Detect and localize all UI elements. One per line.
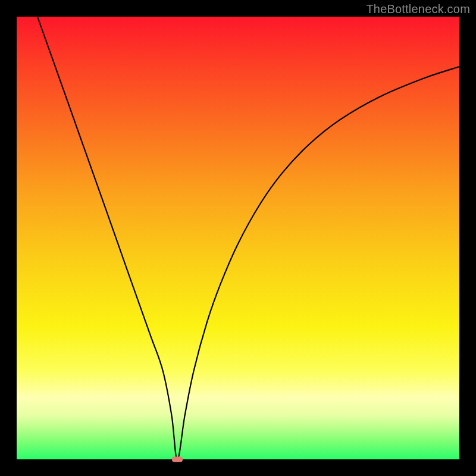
chart-plot-area bbox=[17, 17, 459, 459]
chart-frame: TheBottleneck.com bbox=[0, 0, 476, 476]
minimum-marker bbox=[172, 457, 183, 462]
bottleneck-curve bbox=[17, 17, 459, 459]
watermark-text: TheBottleneck.com bbox=[366, 2, 470, 16]
